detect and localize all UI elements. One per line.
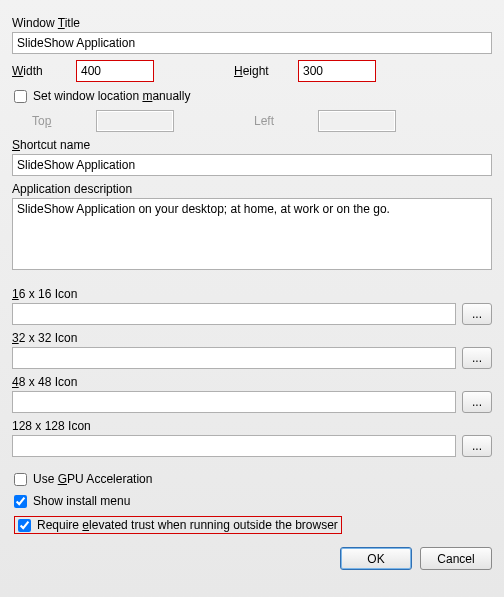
show-menu-checkbox[interactable] (14, 495, 27, 508)
left-label: Left (254, 114, 308, 128)
icon16-input[interactable] (12, 303, 456, 325)
icon32-browse-button[interactable]: ... (462, 347, 492, 369)
shortcut-input[interactable] (12, 154, 492, 176)
icon48-input[interactable] (12, 391, 456, 413)
icon128-browse-button[interactable]: ... (462, 435, 492, 457)
width-input[interactable] (76, 60, 154, 82)
set-manual-row[interactable]: Set window location manually (12, 88, 492, 104)
icon128-label: 128 x 128 Icon (12, 419, 492, 433)
elevated-label: Require elevated trust when running outs… (37, 518, 338, 532)
elevated-row[interactable]: Require elevated trust when running outs… (14, 516, 342, 534)
top-input (96, 110, 174, 132)
icon48-label: 48 x 48 Icon (12, 375, 492, 389)
show-menu-label: Show install menu (33, 494, 130, 508)
cancel-button[interactable]: Cancel (420, 547, 492, 570)
width-label: Width (12, 64, 66, 78)
gpu-label: Use GPU Acceleration (33, 472, 152, 486)
set-manual-label: Set window location manually (33, 89, 190, 103)
gpu-row[interactable]: Use GPU Acceleration (12, 471, 492, 487)
elevated-checkbox[interactable] (18, 519, 31, 532)
set-manual-checkbox[interactable] (14, 90, 27, 103)
icon16-label: 16 x 16 Icon (12, 287, 492, 301)
ok-button[interactable]: OK (340, 547, 412, 570)
top-label: Top (32, 114, 86, 128)
icon128-input[interactable] (12, 435, 456, 457)
icon16-browse-button[interactable]: ... (462, 303, 492, 325)
icon48-browse-button[interactable]: ... (462, 391, 492, 413)
gpu-checkbox[interactable] (14, 473, 27, 486)
height-input[interactable] (298, 60, 376, 82)
left-input (318, 110, 396, 132)
window-title-input[interactable] (12, 32, 492, 54)
description-input[interactable] (12, 198, 492, 270)
shortcut-label: Shortcut name (12, 138, 492, 152)
window-title-label: Window Title (12, 16, 492, 30)
icon32-input[interactable] (12, 347, 456, 369)
icon32-label: 32 x 32 Icon (12, 331, 492, 345)
description-label: Application description (12, 182, 492, 196)
height-label: Height (234, 64, 288, 78)
show-menu-row[interactable]: Show install menu (12, 493, 492, 509)
